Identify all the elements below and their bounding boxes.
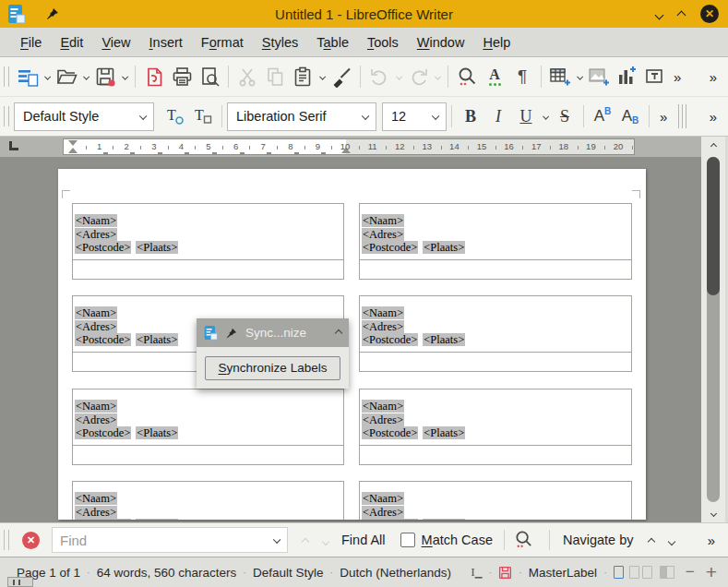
- underline-button[interactable]: U: [512, 101, 540, 132]
- synchronize-popup-titlebar[interactable]: Sync...nize: [197, 318, 349, 347]
- word-count[interactable]: 64 words, 560 characters: [97, 566, 237, 580]
- merge-field[interactable]: <Plaats>: [136, 333, 178, 346]
- strikethrough-button[interactable]: S: [551, 101, 579, 132]
- insert-image-button[interactable]: [585, 61, 613, 92]
- scrollbar-thumb[interactable]: [707, 157, 720, 295]
- toolbar-overflow-right[interactable]: »: [704, 69, 722, 85]
- scroll-up-icon[interactable]: [701, 138, 725, 153]
- print-button[interactable]: [168, 61, 196, 92]
- label-frame-r3-c2[interactable]: <Naam><Adres><Postcode><Plaats>: [359, 389, 632, 465]
- page-style[interactable]: Default Style: [253, 566, 324, 580]
- open-button[interactable]: [53, 61, 80, 92]
- formatting-marks-button[interactable]: ¶: [508, 61, 536, 92]
- label-frame-r4-c1[interactable]: <Naam><Adres><Postcode><Plaats>: [72, 481, 344, 520]
- merge-field[interactable]: <Postcode>: [75, 241, 131, 254]
- open-dropdown[interactable]: [80, 61, 91, 92]
- find-input[interactable]: [53, 528, 274, 552]
- subscript-button[interactable]: AB: [616, 101, 644, 132]
- label-frame-r2-c2[interactable]: <Naam><Adres><Postcode><Plaats>: [359, 295, 632, 372]
- label-frame-r1-c1[interactable]: <Naam><Adres><Postcode><Plaats>: [72, 203, 344, 280]
- merge-field[interactable]: <Plaats>: [423, 333, 465, 346]
- merge-field[interactable]: <Adres>: [362, 506, 404, 519]
- synchronize-popup[interactable]: Sync...nize Synchronize Labels: [197, 318, 349, 389]
- merge-field[interactable]: <Naam>: [75, 306, 117, 319]
- menu-tools[interactable]: Tools: [358, 31, 408, 54]
- synchronize-labels-button[interactable]: Synchronize Labels: [205, 356, 340, 380]
- merge-field[interactable]: <Postcode>: [362, 426, 418, 439]
- formatting-overflow-right[interactable]: »: [704, 109, 722, 125]
- find-all-button[interactable]: Find All: [341, 533, 386, 547]
- frame-name[interactable]: MasterLabel: [529, 566, 597, 580]
- update-style-button[interactable]: T: [161, 101, 189, 132]
- navigate-by-label[interactable]: Navigate by: [563, 533, 634, 547]
- find-replace-button[interactable]: [453, 61, 481, 92]
- merge-field[interactable]: <Adres>: [75, 413, 117, 426]
- minimize-icon[interactable]: [656, 6, 662, 22]
- first-line-indent-marker[interactable]: [68, 140, 78, 146]
- menu-insert[interactable]: Insert: [140, 31, 192, 54]
- menu-view[interactable]: View: [92, 31, 139, 54]
- merge-field[interactable]: <Naam>: [75, 492, 117, 505]
- menu-file[interactable]: File: [11, 31, 51, 54]
- merge-field[interactable]: <Postcode>: [75, 426, 131, 439]
- merge-field[interactable]: <Plaats>: [136, 519, 178, 520]
- merge-field[interactable]: <Naam>: [362, 492, 404, 505]
- left-indent-marker[interactable]: [68, 148, 78, 153]
- merge-field[interactable]: <Adres>: [75, 506, 117, 519]
- horizontal-ruler[interactable]: 1234567891011121314151617181920: [63, 138, 635, 155]
- menu-window[interactable]: Window: [408, 31, 474, 54]
- navigate-previous-icon[interactable]: [649, 533, 654, 547]
- maximize-icon[interactable]: [678, 6, 685, 22]
- merge-field[interactable]: <Adres>: [362, 228, 404, 241]
- scroll-down-icon[interactable]: [701, 506, 725, 521]
- merge-field[interactable]: <Naam>: [75, 400, 117, 413]
- close-icon[interactable]: ✕: [700, 5, 719, 23]
- spelling-button[interactable]: A: [481, 61, 508, 92]
- menu-help[interactable]: Help: [473, 31, 519, 54]
- print-preview-button[interactable]: [196, 61, 223, 92]
- merge-field[interactable]: <Postcode>: [362, 241, 418, 254]
- toolbar-overflow[interactable]: »: [668, 69, 686, 85]
- document-page[interactable]: <Naam><Adres><Postcode><Plaats><Naam><Ad…: [58, 169, 646, 520]
- italic-button[interactable]: I: [484, 101, 512, 132]
- merge-field[interactable]: <Adres>: [362, 413, 404, 426]
- merge-field[interactable]: <Postcode>: [362, 519, 418, 520]
- toolbar-grip[interactable]: [4, 66, 9, 87]
- merge-field[interactable]: <Postcode>: [75, 333, 131, 346]
- book-view-icon[interactable]: [660, 566, 674, 579]
- font-name-combobox[interactable]: Liberation Serif: [227, 102, 376, 131]
- titlebar[interactable]: Untitled 1 - LibreOffice Writer ✕: [0, 0, 728, 28]
- navigate-next-icon[interactable]: [669, 533, 674, 547]
- insert-chart-button[interactable]: [613, 61, 640, 92]
- formatting-overflow[interactable]: »: [654, 109, 673, 125]
- merge-field[interactable]: <Naam>: [75, 214, 117, 227]
- merge-field[interactable]: <Naam>: [362, 306, 404, 319]
- findbar-overflow[interactable]: »: [702, 533, 721, 548]
- paste-dropdown[interactable]: [316, 61, 328, 92]
- pin-icon[interactable]: [226, 328, 237, 339]
- vertical-scrollbar[interactable]: [701, 137, 725, 522]
- label-frame-r1-c2[interactable]: <Naam><Adres><Postcode><Plaats>: [359, 203, 632, 280]
- merge-field[interactable]: <Adres>: [75, 320, 117, 333]
- merge-field[interactable]: <Plaats>: [136, 426, 178, 439]
- paste-button[interactable]: [289, 61, 316, 92]
- document-modified-icon[interactable]: [498, 566, 512, 580]
- menu-styles[interactable]: Styles: [253, 31, 308, 54]
- document-area[interactable]: <Naam><Adres><Postcode><Plaats><Naam><Ad…: [0, 157, 728, 522]
- zoom-out-button[interactable]: −: [686, 563, 695, 581]
- insert-table-button[interactable]: [546, 61, 574, 92]
- font-size-combobox[interactable]: 12: [382, 102, 447, 131]
- merge-field[interactable]: <Adres>: [75, 228, 117, 241]
- menu-format[interactable]: Format: [192, 31, 253, 54]
- menu-table[interactable]: Table: [307, 31, 358, 54]
- label-frame-r3-c1[interactable]: <Naam><Adres><Postcode><Plaats>: [72, 389, 344, 465]
- close-find-bar-icon[interactable]: ✕: [22, 532, 40, 549]
- menu-edit[interactable]: Edit: [51, 31, 92, 54]
- match-case-checkbox[interactable]: [400, 533, 415, 547]
- new-document-button[interactable]: [14, 61, 42, 92]
- toolbar-grip[interactable]: [4, 106, 9, 126]
- text-language[interactable]: Dutch (Netherlands): [340, 566, 451, 580]
- find-and-replace-icon[interactable]: [510, 524, 538, 556]
- single-page-view-icon[interactable]: [614, 566, 624, 579]
- multi-page-view-icon[interactable]: [629, 566, 639, 579]
